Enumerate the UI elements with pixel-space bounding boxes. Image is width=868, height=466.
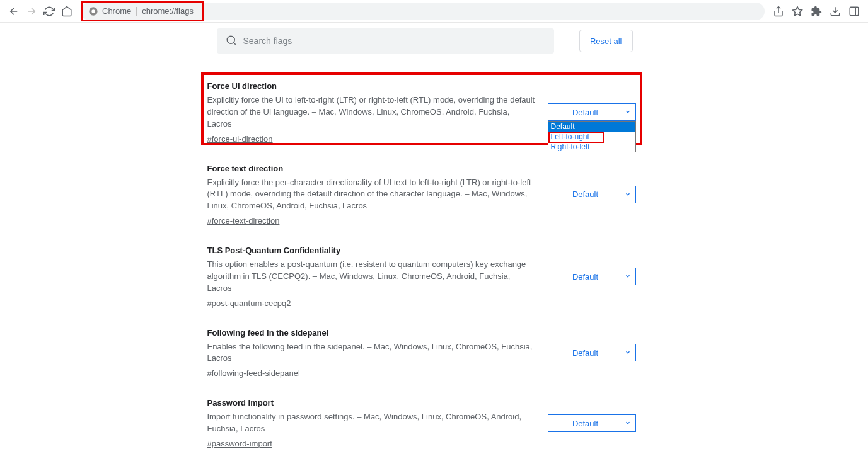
- address-label: Chrome: [102, 6, 131, 16]
- svg-point-5: [227, 36, 234, 43]
- extensions-icon[interactable]: [807, 3, 825, 20]
- dropdown-option-rtl[interactable]: Right-to-left: [548, 142, 635, 152]
- flag-description: This option enables a post-quantum (i.e.…: [207, 259, 535, 295]
- flag-anchor-link[interactable]: #following-feed-sidepanel: [207, 368, 300, 378]
- page-content: Reset all Force UI direction Explicitly …: [0, 23, 868, 466]
- svg-rect-3: [850, 7, 859, 16]
- flag-description: Explicitly force the per-character direc…: [207, 177, 535, 213]
- chrome-icon: [88, 6, 98, 16]
- flag-auto-dark-mode: Auto Dark Mode for Web Contents Automati…: [207, 460, 642, 466]
- flag-select[interactable]: Default: [548, 103, 636, 121]
- flag-anchor-link[interactable]: #post-quantum-cecpq2: [207, 298, 291, 308]
- flag-force-ui-direction: Force UI direction Explicitly force the …: [207, 72, 642, 155]
- flag-force-text-direction: Force text direction Explicitly force th…: [207, 155, 642, 237]
- svg-point-1: [91, 9, 95, 13]
- search-input[interactable]: [243, 36, 545, 46]
- sidepanel-icon[interactable]: [845, 3, 863, 20]
- flag-anchor-link[interactable]: #force-text-direction: [207, 216, 280, 225]
- svg-line-6: [233, 42, 235, 44]
- flag-title: Password import: [207, 398, 535, 407]
- flag-anchor-link[interactable]: #password-import: [207, 439, 272, 448]
- flag-password-import: Password import Import functionality in …: [207, 389, 642, 460]
- back-button[interactable]: [5, 3, 23, 20]
- dropdown-menu: Default Left-to-right Right-to-left: [548, 121, 636, 152]
- flag-tls-post-quantum: TLS Post-Quantum Confidentiality This op…: [207, 237, 642, 319]
- flag-title: TLS Post-Quantum Confidentiality: [207, 246, 535, 255]
- flag-description: Explicitly force the UI to left-to-right…: [207, 94, 535, 130]
- downloads-icon[interactable]: [826, 3, 844, 20]
- address-bar[interactable]: Chrome chrome://flags: [81, 3, 765, 20]
- dropdown-option-default[interactable]: Default: [548, 122, 635, 132]
- home-button[interactable]: [58, 3, 76, 20]
- dropdown-option-ltr[interactable]: Left-to-right: [548, 132, 635, 142]
- separator: [136, 7, 137, 16]
- flag-select[interactable]: Default: [548, 186, 636, 203]
- flag-select[interactable]: Default: [548, 268, 636, 285]
- flag-title: Force text direction: [207, 164, 535, 173]
- search-icon: [226, 35, 237, 48]
- bookmark-star-icon[interactable]: [789, 3, 806, 20]
- flag-description: Enables the following feed in the sidepa…: [207, 341, 535, 365]
- flag-title: Force UI direction: [207, 81, 535, 91]
- flag-select[interactable]: Default: [548, 414, 636, 432]
- flag-title: Following feed in the sidepanel: [207, 328, 535, 338]
- flag-anchor-link[interactable]: #force-ui-direction: [207, 134, 273, 144]
- share-icon[interactable]: [770, 3, 787, 20]
- search-box[interactable]: [217, 28, 554, 54]
- address-url: chrome://flags: [142, 6, 194, 16]
- forward-button[interactable]: [23, 3, 40, 20]
- browser-toolbar: Chrome chrome://flags: [0, 0, 868, 23]
- flag-select[interactable]: Default: [548, 344, 636, 361]
- reset-all-button[interactable]: Reset all: [579, 30, 633, 52]
- reload-button[interactable]: [40, 3, 58, 20]
- flag-following-feed-sidepanel: Following feed in the sidepanel Enables …: [207, 319, 642, 390]
- svg-marker-2: [793, 6, 802, 15]
- flag-description: Import functionality in password setting…: [207, 411, 535, 435]
